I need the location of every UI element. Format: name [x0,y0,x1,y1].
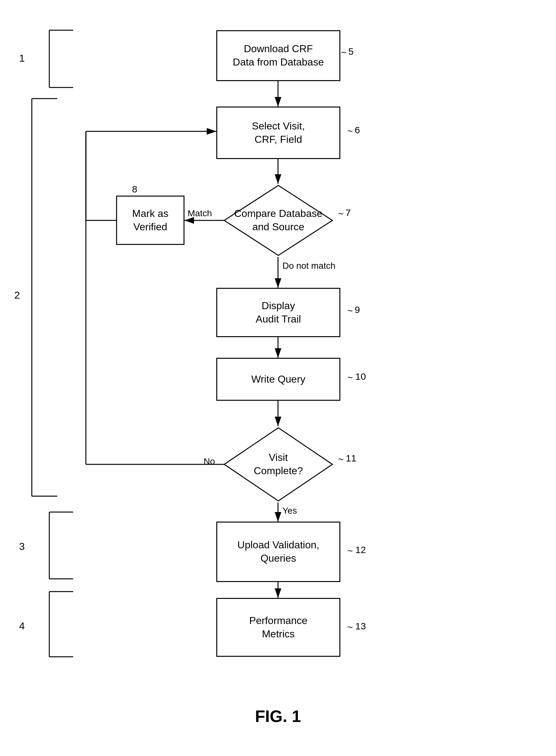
tilde-11: ~ [338,454,344,465]
tilde-7: ~ [338,208,344,219]
ref-11: 11 [346,453,356,464]
match-label: Match [188,208,212,218]
yes-label: Yes [282,506,297,516]
bracket-1: 1 [19,52,25,64]
ref-5: 5 [348,46,354,57]
diagram-container: 1 2 3 4 Download CRF Data from Database … [0,0,556,756]
node-download-crf: Download CRF Data from Database [216,30,340,81]
node-mark-verified: Mark as Verified [116,195,184,245]
ref-10: 10 [355,371,366,382]
ref-7: 7 [345,207,351,218]
node-compare-db: Compare Database and Source [223,184,334,257]
ref-9: 9 [355,304,360,315]
no-match-label: Do not match [282,261,336,271]
visit-complete-label: Visit Complete? [254,451,303,477]
node-performance-metrics: Performance Metrics [216,598,340,657]
ref-13: 13 [355,621,366,632]
bracket-2: 2 [14,289,20,301]
ref-12: 12 [355,544,366,555]
bracket-4: 4 [19,620,25,632]
node-upload-validation: Upload Validation, Queries [216,521,340,582]
tilde-6: ~ [347,125,353,137]
bracket-3: 3 [19,541,25,552]
node-display-audit: Display Audit Trail [216,288,340,337]
ref-6: 6 [355,125,360,136]
tilde-12: ~ [347,545,353,556]
tilde-5: ~ [341,47,347,58]
figure-caption: FIG. 1 [214,707,342,726]
no-label: No [204,457,215,467]
node-write-query: Write Query [216,358,340,401]
tilde-13: ~ [347,622,353,633]
node-select-visit: Select Visit, CRF, Field [216,107,340,159]
node-visit-complete: Visit Complete? [223,426,334,503]
tilde-10: ~ [347,372,353,383]
ref-8: 8 [132,184,137,195]
compare-db-label: Compare Database and Source [234,207,322,233]
tilde-9: ~ [347,305,353,316]
